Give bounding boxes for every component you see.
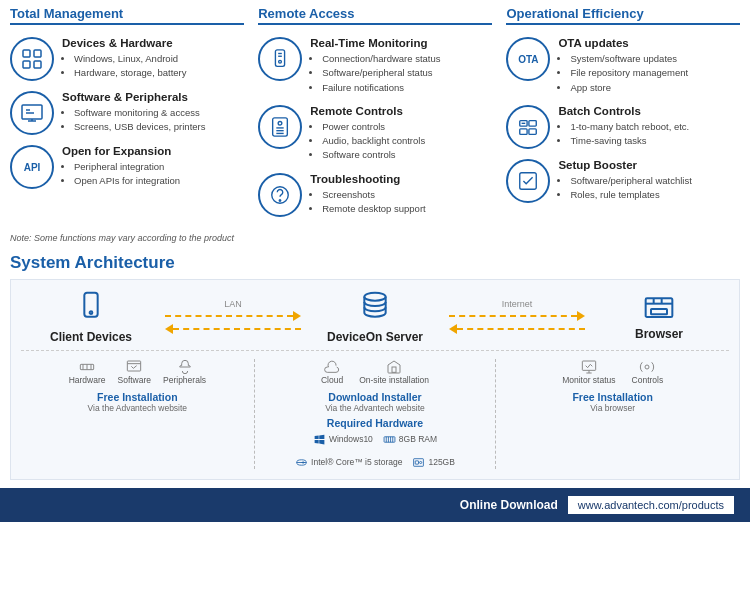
header-col-2: Remote Access [258, 6, 492, 31]
svg-rect-22 [520, 129, 527, 135]
monitoring-icon [258, 37, 302, 81]
svg-point-19 [279, 199, 280, 200]
req-ram: 8GB RAM [383, 433, 437, 446]
monitoring-bullet-1: Connection/hardware status [322, 52, 440, 66]
header-title-2: Remote Access [258, 6, 492, 25]
browser-install-label: Free Installation [572, 391, 653, 403]
feature-item-ota: OTA OTA updates System/software updates … [506, 37, 740, 95]
remote-icon [258, 105, 302, 149]
hardware-label: Hardware [69, 375, 106, 385]
server-required-label: Required Hardware [327, 417, 423, 429]
batch-bullet-2: Time-saving tasks [570, 134, 689, 148]
devices-bullet-1: Windows, Linux, Android [74, 52, 186, 66]
internet-arrow-left [449, 324, 585, 334]
controls-label: Controls [632, 375, 664, 385]
arch-node-server: DeviceOn Server [305, 290, 445, 344]
hardware-icon [79, 359, 95, 375]
header-col-1: Total Management [10, 6, 244, 31]
footer-url: www.advantech.com/products [568, 496, 734, 514]
storage-icon [295, 456, 308, 469]
ota-bullet-1: System/software updates [570, 52, 688, 66]
feature-item-setup: Setup Booster Software/peripheral watchl… [506, 159, 740, 203]
header-col-3: Operational Efficiency [506, 6, 740, 31]
setup-bullet-1: Software/peripheral watchlist [570, 174, 691, 188]
svg-rect-33 [651, 309, 667, 314]
client-install-sub: Via the Advantech website [88, 403, 188, 413]
svg-rect-40 [392, 367, 396, 372]
svg-point-27 [90, 311, 93, 314]
server-sub-cloud: Cloud [321, 359, 343, 385]
controls-icon [638, 359, 656, 375]
feature-item-troubleshoot: Troubleshooting Screenshots Remote deskt… [258, 173, 492, 217]
feature-item-batch: Batch Controls 1-to-many batch reboot, e… [506, 105, 740, 149]
api-bullet-1: Peripheral integration [74, 160, 180, 174]
svg-rect-9 [276, 50, 285, 67]
ota-text: OTA updates System/software updates File… [558, 37, 688, 95]
ota-bullet-3: App store [570, 81, 688, 95]
header-section: Total Management Remote Access Operation… [0, 0, 750, 33]
req-125gb: 125GB [412, 456, 454, 469]
feature-item-remote: Remote Controls Power controls Audio, ba… [258, 105, 492, 163]
software-bullet-1: Software monitoring & access [74, 106, 205, 120]
ram-icon [383, 433, 396, 446]
batch-title: Batch Controls [558, 105, 689, 117]
lan-arrow-left [165, 324, 301, 334]
batch-text: Batch Controls 1-to-many batch reboot, e… [558, 105, 689, 149]
software-title: Software & Peripherals [62, 91, 205, 103]
arch-node-client: Client Devices [21, 290, 161, 344]
server-node-label: DeviceOn Server [327, 330, 423, 344]
software-label: Software [117, 375, 151, 385]
svg-point-14 [278, 121, 282, 125]
setup-icon [506, 159, 550, 203]
svg-rect-38 [128, 361, 141, 371]
ssd-icon [412, 456, 425, 469]
req-ram-label: 8GB RAM [399, 434, 437, 444]
client-install-label: Free Installation [97, 391, 178, 403]
svg-rect-21 [529, 120, 536, 126]
cloud-icon [323, 359, 341, 375]
browser-node-label: Browser [635, 327, 683, 341]
note-text: Note: Some functions may vary according … [0, 231, 750, 249]
features-section: Devices & Hardware Windows, Linux, Andro… [0, 33, 750, 231]
req-125gb-label: 125GB [428, 457, 454, 467]
server-download-label: Download Installer [328, 391, 421, 403]
ota-bullet-2: File repository management [570, 66, 688, 80]
browser-install-sub: Via browser [590, 403, 635, 413]
devices-bullet-2: Hardware, storage, battery [74, 66, 186, 80]
windows-icon [313, 433, 326, 446]
devices-text: Devices & Hardware Windows, Linux, Andro… [62, 37, 186, 81]
svg-rect-0 [23, 50, 30, 57]
client-sub-hardware: Hardware [69, 359, 106, 385]
feature-item-monitoring: Real-Time Monitoring Connection/hardware… [258, 37, 492, 95]
svg-rect-41 [384, 436, 395, 441]
remote-bullet-2: Audio, backlight controls [322, 134, 425, 148]
svg-point-12 [279, 60, 282, 63]
peripherals-label: Peripherals [163, 375, 206, 385]
req-storage: Intel® Core™ i5 storage [295, 456, 402, 469]
ota-title: OTA updates [558, 37, 688, 49]
browser-sub-monitor: Monitor status [562, 359, 615, 385]
software-icon [10, 91, 54, 135]
monitoring-bullet-3: Failure notifications [322, 81, 440, 95]
troubleshoot-text: Troubleshooting Screenshots Remote deskt… [310, 173, 426, 217]
monitoring-bullet-2: Software/peripheral status [322, 66, 440, 80]
browser-icon [643, 293, 675, 327]
batch-bullet-1: 1-to-many batch reboot, etc. [570, 120, 689, 134]
lan-label: LAN [224, 299, 242, 309]
cloud-label: Cloud [321, 375, 343, 385]
internet-label: Internet [502, 299, 533, 309]
ota-icon: OTA [506, 37, 550, 81]
remote-title: Remote Controls [310, 105, 425, 117]
server-icon [359, 290, 391, 330]
svg-rect-1 [34, 50, 41, 57]
monitor-status-label: Monitor status [562, 375, 615, 385]
batch-icon [506, 105, 550, 149]
feature-col-3: OTA OTA updates System/software updates … [506, 37, 740, 227]
api-title: Open for Expansion [62, 145, 180, 157]
svg-point-51 [420, 461, 422, 463]
troubleshoot-bullet-1: Screenshots [322, 188, 426, 202]
svg-rect-3 [34, 61, 41, 68]
feature-col-2: Real-Time Monitoring Connection/hardware… [258, 37, 492, 227]
req-windows: Windows10 [313, 433, 373, 446]
server-sub-onsite: On-site installation [359, 359, 429, 385]
